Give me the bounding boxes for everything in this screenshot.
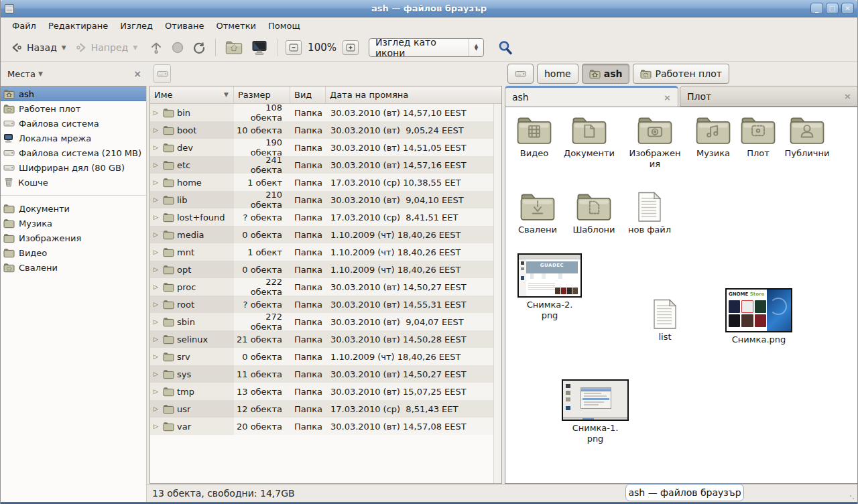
close-button[interactable]: ✕ [841, 3, 854, 14]
menu-item-3[interactable]: Отиване [159, 19, 210, 33]
resize-grip[interactable] [849, 495, 855, 501]
tab-ash[interactable]: ash× [505, 86, 678, 107]
search-button[interactable] [493, 37, 517, 58]
breadcrumb-Работен плот[interactable]: Работен плот [633, 64, 729, 84]
expander-icon[interactable]: ▷ [154, 318, 160, 325]
expander-icon[interactable]: ▷ [154, 405, 160, 412]
menu-item-2[interactable]: Изглед [114, 19, 159, 33]
tab-close-icon[interactable]: × [844, 91, 851, 101]
icon-view-item-newfile[interactable]: нов файл [621, 192, 678, 235]
tab-close-icon[interactable]: × [664, 92, 671, 103]
table-row-lost+found[interactable]: ▷ lost+found? обектаПапка17.03.2010 (ср)… [150, 208, 494, 226]
expander-icon[interactable]: ▷ [154, 179, 160, 186]
table-row-boot[interactable]: ▷ boot10 обектаПапка30.03.2010 (вт) 9,05… [150, 121, 494, 139]
icon-view-item-shot1[interactable]: Снимка-1.png [560, 379, 630, 444]
up-button[interactable] [145, 38, 167, 57]
forward-dropdown-icon[interactable]: ▼ [133, 44, 137, 51]
sidebar-item-ash[interactable]: ash [1, 86, 146, 101]
sidebar-item--[interactable]: Свалени [1, 260, 146, 275]
expander-icon[interactable]: ▷ [154, 353, 160, 360]
table-row-srv[interactable]: ▷ srv0 обектаПапка1.10.2009 (чт) 18,40,2… [150, 348, 494, 365]
expander-icon[interactable]: ▷ [154, 284, 160, 290]
tab-плот[interactable]: Плот× [680, 86, 858, 107]
sidebar-item--[interactable]: Изображения [1, 231, 146, 245]
table-row-etc[interactable]: ▷ etc241 обектаПапка30.03.2010 (вт) 14,5… [150, 156, 494, 174]
expander-icon[interactable]: ▷ [154, 214, 160, 220]
expander-icon[interactable]: ▷ [154, 301, 160, 308]
column-header-1[interactable]: Размер [234, 86, 290, 103]
menu-item-5[interactable]: Помощ [262, 19, 306, 33]
view-mode-select[interactable]: Изглед като икони ▲▼ [369, 38, 484, 57]
table-row-bin[interactable]: ▷ bin108 обектаПапка30.03.2010 (вт) 14,5… [150, 104, 494, 121]
expander-icon[interactable]: ▷ [154, 266, 160, 273]
computer-button[interactable] [247, 37, 272, 58]
icon-view-item-list[interactable]: list [641, 299, 688, 342]
minimize-button[interactable]: _ [810, 3, 823, 14]
table-row-proc[interactable]: ▷ proc222 обектаПапка30.03.2010 (вт) 14,… [150, 278, 494, 296]
table-row-root[interactable]: ▷ root? обектаПапка30.03.2010 (вт) 14,55… [150, 296, 494, 313]
table-row-home[interactable]: ▷ home1 обектПапка17.03.2010 (ср) 10,38,… [150, 174, 494, 191]
zoom-in-button[interactable] [343, 40, 359, 55]
tree-scrollbar[interactable] [493, 104, 501, 483]
table-row-sys[interactable]: ▷ sys11 обектаПапка30.03.2010 (вт) 14,50… [150, 365, 494, 383]
icon-view-item-shot[interactable]: GNOME Store Снимка.png [722, 288, 796, 345]
icon-view-item-documents[interactable]: Документи [558, 115, 620, 159]
icon-view-item-music[interactable]: Музика [685, 115, 741, 159]
menu-item-4[interactable]: Отметки [210, 19, 261, 33]
sidebar-item--[interactable]: Музика [1, 216, 146, 231]
column-header-3[interactable]: Дата на промяна [326, 86, 501, 103]
icon-view-item-templates[interactable]: Шаблони [566, 192, 622, 235]
sidebar-item--[interactable]: Работен плот [1, 101, 146, 116]
expander-icon[interactable]: ▷ [154, 249, 160, 255]
sidebar-item--[interactable]: Локална мрежа [1, 131, 146, 145]
expander-icon[interactable]: ▷ [154, 336, 160, 342]
sidebar-item--[interactable]: Кошче [1, 175, 146, 190]
reload-button[interactable] [188, 38, 210, 57]
column-header-0[interactable]: Име▼ [150, 86, 234, 103]
expander-icon[interactable]: ▷ [154, 109, 160, 116]
breadcrumb-ash[interactable]: ash [582, 64, 630, 84]
zoom-out-button[interactable] [286, 40, 302, 55]
expander-icon[interactable]: ▷ [154, 388, 160, 395]
places-close-icon[interactable]: × [133, 68, 141, 79]
sidebar-item--[interactable]: Документи [1, 201, 146, 216]
back-dropdown-icon[interactable]: ▼ [62, 44, 66, 51]
expander-icon[interactable]: ▷ [154, 231, 160, 238]
stop-button[interactable] [167, 38, 188, 57]
pane-location-button[interactable] [154, 64, 171, 83]
sidebar-item--80-gb-[interactable]: Шифриран дял (80 GB) [1, 160, 146, 175]
table-row-sbin[interactable]: ▷ sbin272 обектаПапка30.03.2010 (вт) 9,0… [150, 313, 494, 330]
expander-icon[interactable]: ▷ [154, 162, 160, 168]
table-row-opt[interactable]: ▷ opt0 обектаПапка1.10.2009 (чт) 18,40,2… [150, 261, 494, 278]
expander-icon[interactable]: ▷ [154, 423, 160, 430]
icon-view-item-shot2[interactable]: GUADEC Снимка-2.png [516, 253, 583, 320]
forward-button[interactable]: Напред ▼ [70, 39, 141, 56]
table-row-selinux[interactable]: ▷ selinux21 обектаПапка30.03.2010 (вт) 1… [150, 330, 494, 348]
breadcrumb-home[interactable]: home [537, 64, 578, 84]
expander-icon[interactable]: ▷ [154, 196, 160, 203]
table-row-tmp[interactable]: ▷ tmp13 обектаПапка30.03.2010 (вт) 15,07… [150, 383, 494, 400]
maximize-button[interactable]: □ [826, 3, 839, 14]
icon-view-item-public[interactable]: Публични [779, 115, 835, 159]
sidebar-item--210-mb-[interactable]: Файлова система (210 MB) [1, 145, 146, 160]
breadcrumb-root[interactable] [507, 64, 534, 84]
table-row-var[interactable]: ▷ var20 обектаПапка30.03.2010 (вт) 14,57… [150, 418, 494, 435]
back-button[interactable]: Назад ▼ [6, 39, 70, 56]
menu-item-1[interactable]: Редактиране [42, 19, 114, 33]
column-header-2[interactable]: Вид [290, 86, 326, 103]
table-row-dev[interactable]: ▷ dev190 обектаПапка30.03.2010 (вт) 14,5… [150, 139, 494, 156]
table-row-usr[interactable]: ▷ usr12 обектаПапка17.03.2010 (ср) 8,51,… [150, 400, 494, 418]
expander-icon[interactable]: ▷ [154, 371, 160, 377]
table-row-mnt[interactable]: ▷ mnt1 обектПапка1.10.2009 (чт) 18,40,26… [150, 243, 494, 261]
sidebar-item--[interactable]: Видео [1, 245, 146, 260]
expander-icon[interactable]: ▷ [154, 127, 160, 133]
menu-item-0[interactable]: Файл [6, 19, 42, 33]
table-row-media[interactable]: ▷ media0 обектаПапка1.10.2009 (чт) 18,40… [150, 226, 494, 243]
icon-view-item-desktop[interactable]: Плот [735, 115, 782, 159]
home-button[interactable] [221, 38, 247, 58]
places-header[interactable]: Места ▼ × [1, 62, 147, 86]
sidebar-item--[interactable]: Файлова система [1, 116, 146, 131]
icon-view-item-downloads[interactable]: Свалени [509, 192, 566, 235]
icon-view-item-images[interactable]: Изображения [626, 115, 684, 169]
titlebar[interactable]: ash — файлов браузър _ □ ✕ [1, 0, 857, 17]
